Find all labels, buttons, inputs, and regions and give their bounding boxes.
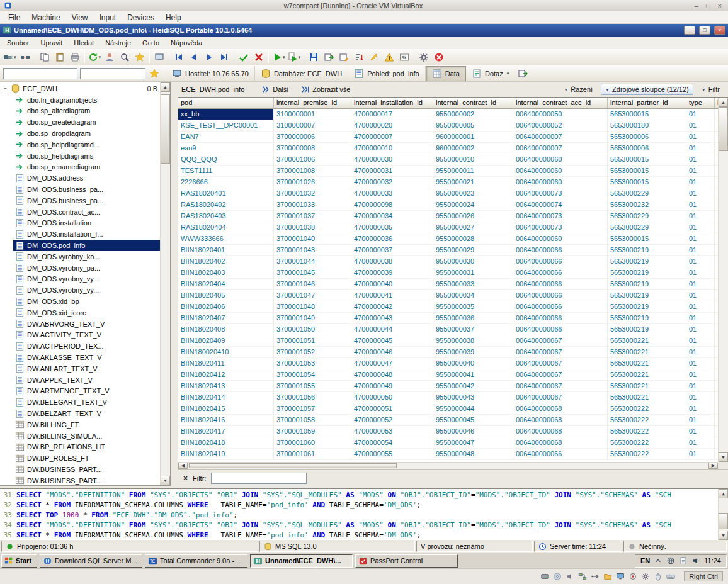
cell[interactable]: BIIN18020409 <box>178 335 274 347</box>
cell[interactable]: 5653000219 <box>608 267 686 279</box>
cell[interactable]: BIIN18020412 <box>178 369 274 381</box>
cell[interactable]: 01 <box>686 188 715 199</box>
cell[interactable]: 006400000066 <box>513 313 608 324</box>
tree-item-dw-belegart-text-v[interactable]: DW.BELEGART_TEXT_V <box>0 396 160 408</box>
cell[interactable]: 01 <box>686 403 715 415</box>
warning-button[interactable] <box>382 50 397 64</box>
cell[interactable]: 3700001038 <box>274 222 351 233</box>
tree-item-dw-belzart-text-v[interactable]: DW.BELZART_TEXT_V <box>0 408 160 419</box>
cell[interactable]: 01 <box>686 267 715 279</box>
cell[interactable]: 5653000015 <box>608 154 686 166</box>
cell[interactable]: 9550000021 <box>433 177 513 188</box>
cell[interactable]: BIIN180020410 <box>178 347 274 358</box>
column-header-internal_contract_id[interactable]: internal_contract_id <box>433 98 513 109</box>
cell[interactable]: 4700000045 <box>351 335 433 347</box>
cell[interactable]: 01 <box>686 347 715 358</box>
tree-item-dw-bp-roles-ft[interactable]: DW.BP_ROLES_FT <box>0 452 160 464</box>
vbox-menu-view[interactable]: View <box>66 12 94 23</box>
cell[interactable]: BIIN18020414 <box>178 392 274 403</box>
cell[interactable]: 4700000039 <box>351 267 433 279</box>
cell[interactable]: 01 <box>686 301 715 313</box>
cell[interactable]: 5653000219 <box>608 324 686 335</box>
cell[interactable]: 9550000040 <box>433 358 513 369</box>
cancel-button[interactable] <box>251 50 266 64</box>
tree-item-dm-ods-vyrobny-vy-[interactable]: DM_ODS.vyrobny_vy... <box>0 284 160 296</box>
cell[interactable]: 9550000047 <box>433 437 513 449</box>
search-button[interactable] <box>117 50 132 64</box>
cell[interactable]: BIIN18020413 <box>178 381 274 392</box>
heidisql-close-button[interactable]: × <box>714 26 725 35</box>
cell[interactable]: BIIN18020416 <box>178 415 274 426</box>
scroll-up-arrow-icon[interactable]: ▲ <box>719 489 728 498</box>
cell[interactable]: BIIN18020408 <box>178 324 274 335</box>
cell[interactable]: 9600000002 <box>433 143 513 154</box>
cell[interactable]: 01 <box>686 199 715 211</box>
vbox-menu-file[interactable]: File <box>3 12 26 23</box>
tree-item-dm-ods-installation-f-[interactable]: DM_ODS.installation_f... <box>0 228 160 240</box>
cell[interactable]: 5653000006 <box>608 132 686 143</box>
tree-item-dm-ods-business-pa-[interactable]: DM_ODS.business_pa... <box>0 184 160 195</box>
cell[interactable]: 006400000067 <box>513 335 608 347</box>
tree-item-dm-ods-pod-info[interactable]: DM_ODS.pod_info <box>0 240 160 251</box>
cell[interactable]: 4700000031 <box>351 166 433 177</box>
cell[interactable]: 5653000222 <box>608 449 686 460</box>
close-filter-icon[interactable]: × <box>183 474 188 483</box>
usb-icon[interactable] <box>591 572 600 581</box>
cell[interactable]: 3700001032 <box>274 188 351 199</box>
cell[interactable]: 006400000007 <box>513 143 608 154</box>
binary-button[interactable]: 0k <box>397 50 412 64</box>
cell[interactable]: 9550000010 <box>433 154 513 166</box>
cell[interactable]: 006400000066 <box>513 245 608 256</box>
tree-item-dm-ods-xid-icorc[interactable]: DM_ODS.xid_icorc <box>0 307 160 318</box>
tree-root-database[interactable]: −ECE_DWH0 B <box>0 83 160 94</box>
cell[interactable]: 3700001050 <box>274 324 351 335</box>
cell[interactable]: 01 <box>686 154 715 166</box>
cell[interactable]: 006400000073 <box>513 188 608 199</box>
network-icon[interactable] <box>578 572 587 581</box>
table-filter-input[interactable] <box>80 68 145 79</box>
cell[interactable]: 5653000229 <box>608 188 686 199</box>
cell[interactable]: 9550000030 <box>433 256 513 267</box>
cell[interactable]: 4700000017 <box>351 109 433 120</box>
cell[interactable]: 01 <box>686 132 715 143</box>
cell[interactable]: 01 <box>686 177 715 188</box>
cell[interactable]: 5653000221 <box>608 347 686 358</box>
cell[interactable]: 5653000232 <box>608 199 686 211</box>
collapse-expander-icon[interactable]: − <box>3 86 8 91</box>
cell[interactable]: 3700001040 <box>274 233 351 245</box>
features-icon[interactable] <box>641 572 650 581</box>
cell[interactable]: BIIN18020417 <box>178 426 274 437</box>
cell[interactable]: 01 <box>686 358 715 369</box>
source-columns-button[interactable]: ▼ Zdrojové sloupce (12/12) <box>601 84 693 95</box>
vbox-close-button[interactable]: × <box>718 2 722 9</box>
cell[interactable]: BIIN18020411 <box>178 358 274 369</box>
settings-button[interactable] <box>416 50 431 64</box>
cell[interactable]: 4700000053 <box>351 426 433 437</box>
tree-item-dm-ods-business-pa-[interactable]: DM_ODS.business_pa... <box>0 195 160 206</box>
cell[interactable]: 3700001026 <box>274 177 351 188</box>
cell[interactable]: 01 <box>686 256 715 267</box>
cell[interactable]: 9550000035 <box>433 301 513 313</box>
cell[interactable]: 5653000219 <box>608 301 686 313</box>
cell[interactable]: 5653000221 <box>608 335 686 347</box>
cell[interactable]: ean9 <box>178 143 274 154</box>
cell[interactable]: 4700000037 <box>351 245 433 256</box>
paste-button[interactable] <box>52 50 67 64</box>
cell[interactable]: 9550000028 <box>433 233 513 245</box>
cell[interactable]: 01 <box>686 449 715 460</box>
cell[interactable]: 9550000046 <box>433 426 513 437</box>
cell[interactable]: BIIN18020401 <box>178 245 274 256</box>
cell[interactable]: 006400000067 <box>513 392 608 403</box>
cell[interactable]: 01 <box>686 415 715 426</box>
vbox-menu-help[interactable]: Help <box>160 12 187 23</box>
column-header-internal_partner_id[interactable]: internal_partner_id <box>608 98 686 109</box>
copy-button[interactable] <box>37 50 52 64</box>
cell[interactable]: BIIN18020403 <box>178 267 274 279</box>
cell[interactable]: 5653000219 <box>608 279 686 290</box>
menu-n-pov-da[interactable]: Nápověda <box>165 37 208 48</box>
cell[interactable]: BIIN18020402 <box>178 256 274 267</box>
vbox-menu-machine[interactable]: Machine <box>26 12 65 23</box>
column-header-pod[interactable]: pod <box>178 98 274 109</box>
tree-item-dbo-sp-helpdiagramd-[interactable]: dbo.sp_helpdiagramd... <box>0 139 160 150</box>
grid-vertical-scrollbar[interactable]: ▲ ▼ <box>718 98 728 462</box>
